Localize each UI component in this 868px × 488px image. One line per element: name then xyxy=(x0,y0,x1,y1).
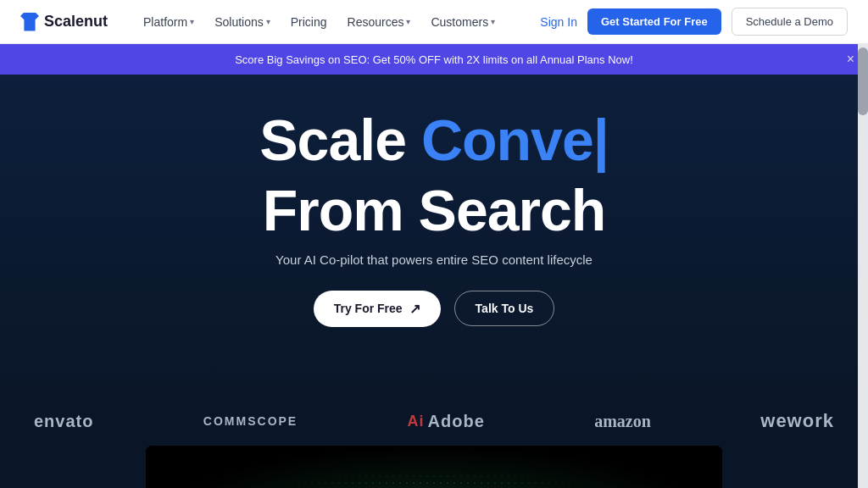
video-section: AI & Search xyxy=(0,446,868,488)
brand-wework: wework xyxy=(760,410,834,432)
get-started-button[interactable]: Get Started For Free xyxy=(587,8,721,35)
video-container[interactable]: AI & Search xyxy=(146,446,722,488)
nav-item-pricing[interactable]: Pricing xyxy=(282,10,336,34)
chevron-down-icon: ▾ xyxy=(190,17,194,26)
chevron-down-icon: ▾ xyxy=(266,17,270,26)
scrollbar[interactable] xyxy=(858,44,868,488)
hero-headline: Scale Conve| xyxy=(259,108,608,172)
adobe-icon: Ai xyxy=(408,413,425,430)
logo-text: Scalenut xyxy=(44,13,108,30)
brand-adobe: Ai Adobe xyxy=(408,412,485,431)
headline-from-search: From Search xyxy=(263,178,606,242)
world-map-overlay xyxy=(146,446,722,488)
hero-section: Scale Conve| From Search Your AI Co-pilo… xyxy=(0,75,868,396)
hero-cta: Try For Free ↗ Talk To Us xyxy=(314,291,555,327)
schedule-demo-button[interactable]: Schedule a Demo xyxy=(732,8,848,36)
nav-left: Scalenut Platform ▾ Solutions ▾ Pricing … xyxy=(20,10,504,34)
banner-text: Score Big Savings on SEO: Get 50% OFF wi… xyxy=(235,53,633,66)
hero-headline-line2: From Search xyxy=(263,179,606,242)
headline-blue: Conve xyxy=(421,108,593,172)
brand-amazon: amazon xyxy=(594,412,651,431)
promo-banner: Score Big Savings on SEO: Get 50% OFF wi… xyxy=(0,44,868,75)
nav-item-platform[interactable]: Platform ▾ xyxy=(135,10,203,34)
close-icon[interactable]: × xyxy=(847,52,854,67)
navbar: Scalenut Platform ▾ Solutions ▾ Pricing … xyxy=(0,0,868,44)
talk-to-us-button[interactable]: Talk To Us xyxy=(454,291,555,326)
nav-item-solutions[interactable]: Solutions ▾ xyxy=(206,10,279,34)
headline-cursor: | xyxy=(593,108,609,172)
logo[interactable]: Scalenut xyxy=(20,13,108,31)
headline-white: Scale xyxy=(259,108,421,172)
brand-envato: envato xyxy=(34,412,93,431)
chevron-down-icon: ▾ xyxy=(406,17,410,26)
nav-item-resources[interactable]: Resources ▾ xyxy=(339,10,420,34)
hero-subtext: Your AI Co-pilot that powers entire SEO … xyxy=(275,252,593,267)
try-for-free-button[interactable]: Try For Free ↗ xyxy=(314,291,441,327)
nav-menu: Platform ▾ Solutions ▾ Pricing Resources… xyxy=(135,10,504,34)
nav-item-customers[interactable]: Customers ▾ xyxy=(422,10,504,34)
arrow-icon: ↗ xyxy=(409,301,420,317)
adobe-label: Adobe xyxy=(428,412,485,431)
chevron-down-icon: ▾ xyxy=(491,17,495,26)
nav-right: Sign In Get Started For Free Schedule a … xyxy=(540,8,848,36)
sign-in-link[interactable]: Sign In xyxy=(540,15,577,29)
logo-icon xyxy=(20,13,39,31)
logos-strip: envato COMMSCOPE Ai Adobe amazon wework xyxy=(0,396,868,446)
brand-commscope: COMMSCOPE xyxy=(203,414,298,428)
scrollbar-thumb[interactable] xyxy=(858,47,868,115)
